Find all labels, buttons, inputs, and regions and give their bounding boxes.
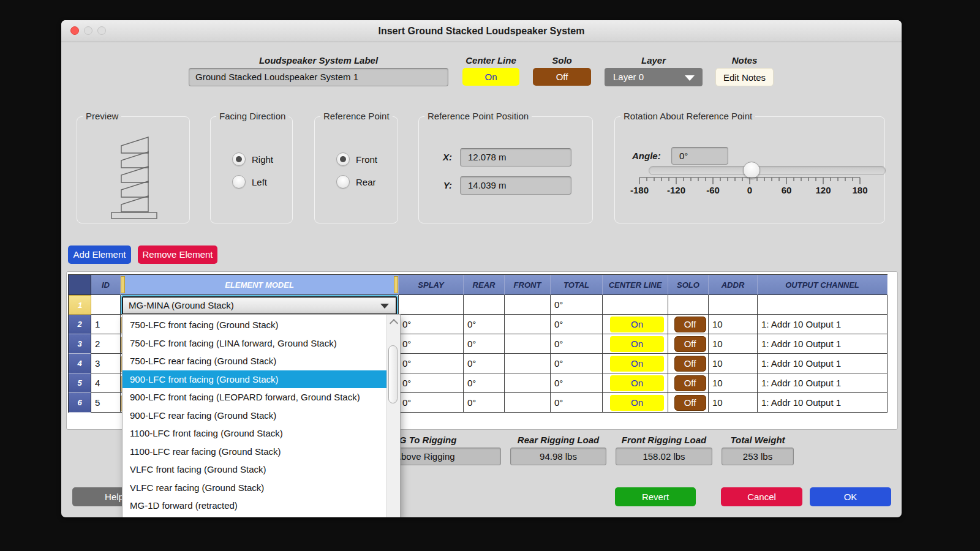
- radio-front[interactable]: [336, 152, 350, 166]
- dropdown-item[interactable]: MG-1D forward (retracted): [123, 497, 400, 515]
- table-cell[interactable]: 1: [91, 315, 121, 334]
- refpoint-rear-option[interactable]: Rear: [336, 175, 376, 189]
- column-header[interactable]: CENTER LINE: [603, 275, 668, 295]
- solo-toggle[interactable]: Off: [674, 317, 706, 332]
- add-element-button[interactable]: Add Element: [68, 246, 131, 264]
- table-cell[interactable]: Off: [668, 315, 709, 334]
- table-cell[interactable]: 4: [91, 373, 121, 393]
- table-cell[interactable]: On: [603, 393, 668, 413]
- row-header[interactable]: 6: [69, 393, 91, 413]
- table-cell[interactable]: [505, 315, 551, 334]
- angle-input[interactable]: 0°: [671, 147, 728, 165]
- table-cell[interactable]: 1: Addr 10 Output 1: [758, 393, 888, 413]
- column-header[interactable]: SOLO: [668, 275, 709, 295]
- table-cell[interactable]: 2: [91, 334, 121, 354]
- y-position-input[interactable]: 14.039 m: [460, 176, 571, 195]
- table-cell[interactable]: 10: [709, 373, 758, 393]
- facing-right-option[interactable]: Right: [232, 152, 273, 166]
- dropdown-item[interactable]: 900-LFC front facing (LEOPARD forward, G…: [123, 388, 400, 407]
- table-cell[interactable]: 0°: [464, 354, 505, 373]
- table-cell[interactable]: 0°: [551, 373, 603, 393]
- table-cell[interactable]: 1: Addr 10 Output 1: [758, 373, 888, 393]
- solo-toggle[interactable]: Off: [674, 356, 706, 372]
- table-cell[interactable]: 0°: [399, 354, 464, 373]
- table-cell[interactable]: Off: [668, 393, 709, 413]
- x-position-input[interactable]: 12.078 m: [460, 148, 571, 167]
- table-cell[interactable]: Off: [668, 373, 709, 393]
- table-cell[interactable]: On: [603, 373, 668, 393]
- table-cell[interactable]: 10: [709, 354, 758, 373]
- radio-right[interactable]: [232, 152, 246, 166]
- edit-notes-button[interactable]: Edit Notes: [715, 68, 774, 86]
- dropdown-item[interactable]: 1100-LFC rear facing (Ground Stack): [123, 443, 400, 461]
- table-cell[interactable]: 0°: [551, 295, 603, 315]
- close-icon[interactable]: [70, 26, 79, 35]
- cancel-button[interactable]: Cancel: [721, 487, 802, 506]
- revert-button[interactable]: Revert: [615, 487, 696, 506]
- row-header[interactable]: 2: [69, 315, 91, 334]
- table-cell[interactable]: [758, 295, 888, 315]
- table-cell[interactable]: 0°: [399, 373, 464, 393]
- center-line-toggle[interactable]: On: [610, 336, 664, 352]
- dropdown-item[interactable]: VLFC rear facing (Ground Stack): [123, 479, 400, 497]
- layer-dropdown[interactable]: Layer 0: [605, 68, 703, 86]
- solo-toggle[interactable]: Off: [674, 395, 706, 411]
- dropdown-item[interactable]: 900-LFC front facing (Ground Stack): [123, 370, 400, 389]
- scroll-up-icon[interactable]: [390, 319, 398, 328]
- table-cell[interactable]: MG-MINA (Ground Stack): [121, 295, 399, 315]
- center-line-toggle[interactable]: On: [610, 356, 664, 372]
- center-line-toggle[interactable]: On: [610, 375, 664, 391]
- table-cell[interactable]: 0°: [464, 393, 505, 413]
- table-cell[interactable]: [505, 334, 551, 354]
- remove-element-button[interactable]: Remove Element: [138, 246, 217, 264]
- column-header[interactable]: FRONT: [505, 275, 551, 295]
- column-header[interactable]: SPLAY: [399, 275, 464, 295]
- column-header[interactable]: OUTPUT CHANNEL: [758, 275, 888, 295]
- table-cell[interactable]: 0°: [399, 315, 464, 334]
- facing-left-option[interactable]: Left: [232, 175, 267, 189]
- table-cell[interactable]: 0°: [464, 334, 505, 354]
- table-cell[interactable]: Off: [668, 334, 709, 354]
- table-cell[interactable]: 1: Addr 10 Output 1: [758, 354, 888, 373]
- dropdown-item[interactable]: 750-LFC front facing (Ground Stack): [123, 316, 400, 334]
- table-cell[interactable]: [505, 373, 551, 393]
- dropdown-item[interactable]: VLFC front facing (Ground Stack): [123, 460, 400, 479]
- table-cell[interactable]: 1: Addr 10 Output 1: [758, 315, 888, 334]
- column-header[interactable]: ID: [91, 275, 121, 295]
- scrollbar-thumb[interactable]: [388, 345, 398, 403]
- table-cell[interactable]: 0°: [551, 334, 603, 354]
- dropdown-item[interactable]: 1100-LFC front facing (Ground Stack): [123, 424, 400, 443]
- table-cell[interactable]: 1: Addr 10 Output 1: [758, 334, 888, 354]
- dropdown-scrollbar[interactable]: [386, 315, 400, 517]
- table-cell[interactable]: 0°: [551, 315, 603, 334]
- rotation-slider-thumb[interactable]: [743, 162, 760, 179]
- table-cell[interactable]: 3: [91, 354, 121, 373]
- ok-button[interactable]: OK: [810, 487, 891, 506]
- center-line-toggle[interactable]: On: [610, 317, 664, 332]
- column-header[interactable]: ADDR: [709, 275, 758, 295]
- rotation-slider-track[interactable]: [649, 166, 886, 175]
- table-cell[interactable]: [505, 393, 551, 413]
- title-bar[interactable]: Insert Ground Stacked Loudspeaker System: [61, 20, 902, 42]
- table-cell[interactable]: On: [603, 334, 668, 354]
- table-cell[interactable]: 0°: [551, 393, 603, 413]
- table-cell[interactable]: [505, 295, 551, 315]
- center-line-toggle[interactable]: On: [610, 395, 664, 411]
- radio-rear[interactable]: [336, 175, 350, 189]
- column-header[interactable]: REAR: [464, 275, 505, 295]
- column-header[interactable]: TOTAL: [551, 275, 603, 295]
- table-cell[interactable]: On: [603, 315, 668, 334]
- radio-left[interactable]: [232, 175, 246, 189]
- table-cell[interactable]: 5: [91, 393, 121, 413]
- column-header[interactable]: ELEMENT MODEL: [121, 275, 399, 295]
- table-cell[interactable]: 10: [709, 393, 758, 413]
- dropdown-item[interactable]: 750-LFC front facing (LINA forward, Grou…: [123, 334, 400, 353]
- table-cell[interactable]: 10: [709, 315, 758, 334]
- table-cell[interactable]: [603, 295, 668, 315]
- row-header[interactable]: 1: [69, 295, 91, 315]
- table-cell[interactable]: 0°: [551, 354, 603, 373]
- table-cell[interactable]: [464, 295, 505, 315]
- table-cell[interactable]: [668, 295, 709, 315]
- solo-toggle[interactable]: Off: [674, 336, 706, 352]
- table-cell[interactable]: On: [603, 354, 668, 373]
